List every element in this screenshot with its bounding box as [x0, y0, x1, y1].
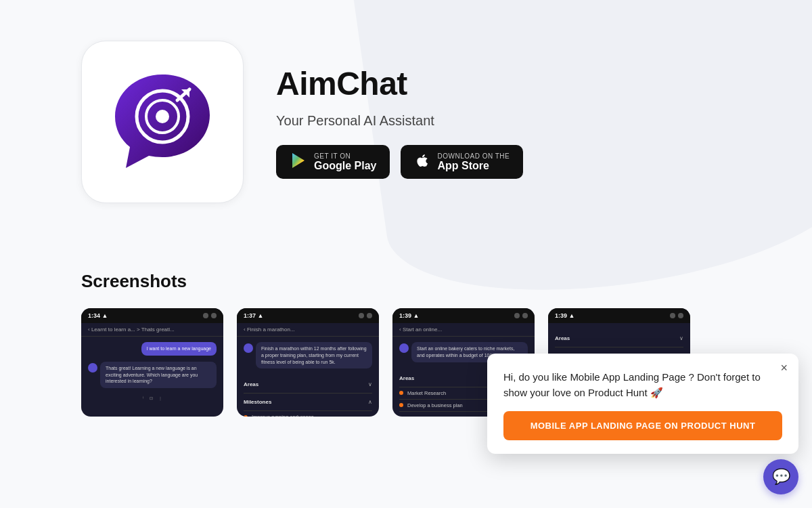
- app-info: AimChat Your Personal AI Assistant: [276, 65, 523, 179]
- screenshots-title: Screenshots: [81, 271, 731, 292]
- app-icon: [102, 61, 223, 183]
- sc1-body: I want to learn a new language Thats gre…: [81, 337, 223, 406]
- sc1-icon-dot1: [203, 313, 208, 318]
- sc2-milestone-item: Improve running endurance: [244, 411, 372, 417]
- google-play-large-text: Google Play: [314, 160, 376, 172]
- sc2-header: 1:37 ▲: [237, 308, 379, 323]
- sc1-ai-msg: Thats great! Learning a new language is …: [100, 362, 217, 388]
- sc3-breadcrumb: ‹ Start an online...: [392, 323, 535, 337]
- sc2-breadcrumb: ‹ Finish a marathon...: [237, 323, 379, 337]
- sc1-header: 1:34 ▲: [81, 308, 223, 323]
- sc1-icon-dot2: [211, 313, 217, 318]
- sc3-dot2: [399, 403, 403, 407]
- sc2-time: 1:37 ▲: [244, 312, 263, 319]
- sc2-icons: [359, 313, 372, 318]
- sc2-areas: Areas ∨: [244, 376, 372, 394]
- app-name: AimChat: [276, 65, 523, 102]
- sc1-user-msg: I want to learn a new language: [141, 342, 217, 356]
- sc4-time: 1:39 ▲: [555, 312, 574, 319]
- chat-widget-icon: 💬: [772, 468, 790, 486]
- sc2-body: Finish a marathon within 12 months after…: [237, 337, 379, 417]
- svg-marker-5: [292, 153, 304, 168]
- sc2-icon-dot2: [367, 313, 372, 318]
- sc4-areas: Areas ∨: [555, 330, 683, 347]
- store-buttons: GET IT ON Google Play Download on the Ap…: [276, 145, 523, 179]
- sc1-breadcrumb: ‹ Learnt to learn a... > Thats greatl...: [81, 323, 223, 337]
- sc2-milestones: Milestones ∧: [244, 394, 372, 411]
- popup-message: Hi, do you like Mobile App Landing Page …: [503, 370, 782, 400]
- sc4-icons: [670, 313, 683, 318]
- sc3-icon-dot1: [514, 313, 520, 318]
- google-play-button[interactable]: GET IT ON Google Play: [276, 145, 390, 179]
- screenshot-1: 1:34 ▲ ‹ Learnt to learn a... > Thats gr…: [81, 308, 223, 417]
- sc3-dot1: [399, 391, 403, 395]
- sc4-icon-dot2: [678, 313, 683, 318]
- google-play-small-text: GET IT ON: [314, 152, 351, 160]
- sc1-time: 1:34 ▲: [88, 312, 108, 319]
- sc1-icons: [203, 313, 217, 318]
- app-icon-wrapper: [81, 41, 244, 203]
- sc3-icon-dot2: [522, 313, 528, 318]
- app-store-button[interactable]: Download on the App Store: [401, 145, 523, 179]
- hero-section: AimChat Your Personal AI Assistant: [81, 41, 731, 203]
- sc3-time: 1:39 ▲: [399, 312, 419, 319]
- google-play-icon: [290, 152, 307, 172]
- chat-widget[interactable]: 💬: [763, 459, 798, 494]
- popup-cta-button[interactable]: MOBILE APP LANDING PAGE ON PRODUCT HUNT: [503, 411, 782, 440]
- sc4-icon-dot1: [670, 313, 675, 318]
- screenshot-2: 1:37 ▲ ‹ Finish a marathon... Finish a m…: [237, 308, 379, 417]
- app-tagline: Your Personal AI Assistant: [276, 113, 523, 129]
- app-store-text: Download on the App Store: [437, 152, 510, 172]
- popup-close-button[interactable]: ×: [780, 362, 788, 374]
- popup-overlay: × Hi, do you like Mobile App Landing Pag…: [487, 354, 798, 454]
- app-store-small-text: Download on the: [437, 152, 510, 160]
- svg-point-2: [156, 110, 169, 123]
- sc2-dot: [244, 415, 248, 417]
- sc2-icon-dot1: [359, 313, 364, 318]
- sc4-header: 1:39 ▲: [548, 308, 690, 323]
- app-store-large-text: App Store: [437, 160, 489, 172]
- sc2-ai-msg: Finish a marathon within 12 months after…: [256, 342, 372, 368]
- sc3-header: 1:39 ▲: [392, 308, 535, 323]
- google-play-text: GET IT ON Google Play: [314, 152, 376, 172]
- app-store-icon: [414, 152, 430, 171]
- sc3-icons: [514, 313, 528, 318]
